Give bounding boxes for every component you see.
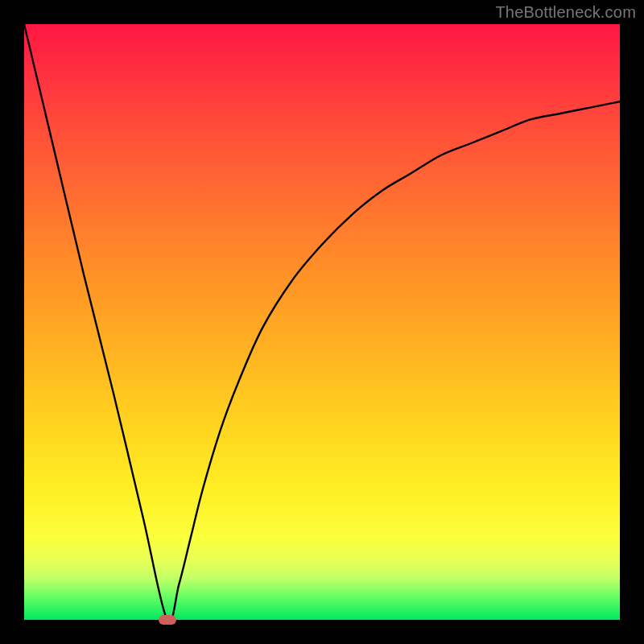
optimal-point-marker (159, 615, 176, 625)
watermark-text: TheBottleneck.com (495, 3, 636, 22)
chart-frame: TheBottleneck.com (0, 0, 644, 644)
chart-plot-area (24, 24, 620, 620)
chart-curve (24, 24, 620, 620)
chart-curve-path (24, 24, 620, 620)
